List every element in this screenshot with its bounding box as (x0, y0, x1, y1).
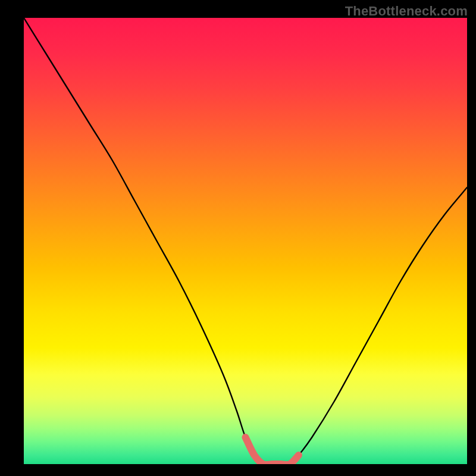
chart-frame: TheBottleneck.com (0, 0, 476, 476)
optimal-region-highlight (246, 437, 299, 464)
curve-layer (24, 18, 467, 464)
bottleneck-curve (24, 18, 467, 464)
watermark-text: TheBottleneck.com (345, 4, 468, 19)
plot-area (24, 18, 467, 464)
